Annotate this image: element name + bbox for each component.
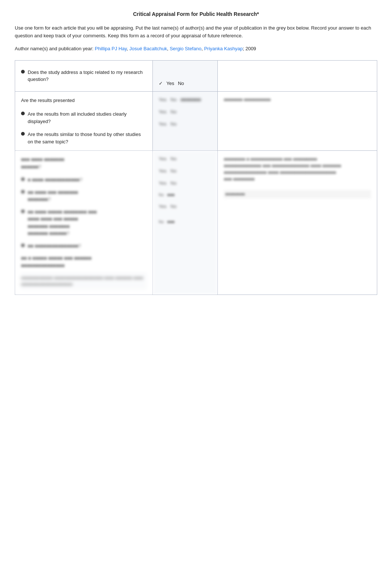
answer-row-2a: Yes No bbox=[159, 109, 212, 115]
section3-main-question: ■■■ ■■■■ ■■■■■■■■■■■■■? bbox=[21, 156, 147, 170]
section2-main-question: Are the results presented bbox=[21, 97, 147, 104]
answer-row-2b: Yes No bbox=[159, 121, 212, 127]
answer-row-1: ✓ Yes No bbox=[159, 81, 212, 86]
no-label-1: No bbox=[178, 81, 184, 86]
comments-cell-3: ■■■■■■■■ ■ ■■■■■■■■■■■■ ■■■ ■■■■■■■■■■■■… bbox=[218, 151, 377, 295]
bullet-dot-3b bbox=[21, 190, 25, 194]
bullet-dot-3c bbox=[21, 210, 25, 213]
appraisal-table: Does the study address a topic related t… bbox=[15, 60, 377, 295]
question-text-2a: Are the results from all included studie… bbox=[28, 110, 147, 125]
question-cell-2: Are the results presented Are the result… bbox=[15, 91, 153, 151]
question-bullet-1: Does the study address a topic related t… bbox=[21, 69, 147, 83]
author-2[interactable]: Josué Bacaltchuk bbox=[130, 46, 167, 51]
question-bullet-3a: ■ ■■■■ ■■■■■■■■■■■■? bbox=[21, 176, 147, 184]
question-bullet-3b: ■■ ■■■■ ■■■ ■■■■■■■■■■■■■■? bbox=[21, 189, 147, 203]
answer-row-2-top: Yes No ■■■■■■■ bbox=[159, 97, 212, 102]
table-row-section1: Does the study address a topic related t… bbox=[15, 60, 377, 91]
author-4[interactable]: Priyanka Kashyap bbox=[204, 46, 243, 51]
comments-cell-2: ■■■■■■■ ■■■■■■■■■■ bbox=[218, 91, 377, 151]
question-bullet-2b: Are the results similar to those found b… bbox=[21, 131, 147, 145]
check-mark-1: ✓ bbox=[159, 81, 163, 86]
question-bullet-2a: Are the results from all included studie… bbox=[21, 110, 147, 125]
bullet-dot-1 bbox=[21, 70, 25, 74]
question-bullet-3d: ■■ ■■■■■■■■■■■■■■■? bbox=[21, 242, 147, 250]
comments-text-2: ■■■■■■■ ■■■■■■■■■■ bbox=[224, 97, 371, 103]
question-bullet-3c: ■■ ■■■■ ■■■■■ ■■■■■■■■ ■■■■■■■ ■■■■ ■■■ … bbox=[21, 208, 147, 237]
section3-sub: ■■ ■ ■■■■■ ■■■■■ ■■■ ■■■■■■■■■■■■■■■■■■■… bbox=[21, 255, 147, 269]
question-text-2b: Are the results similar to those found b… bbox=[28, 131, 147, 145]
author-1[interactable]: Phillipa PJ Hay bbox=[95, 46, 127, 51]
table-row-section2: Are the results presented Are the result… bbox=[15, 91, 377, 151]
comments-cell-1 bbox=[218, 60, 377, 91]
bullet-dot-3d bbox=[21, 244, 25, 247]
yes-label-1: Yes bbox=[166, 81, 174, 86]
answer-content-2: Yes No ■■■■■■■ Yes No Yes No bbox=[159, 97, 212, 127]
question-text-3b: ■■ ■■■■ ■■■ ■■■■■■■■■■■■■■? bbox=[28, 189, 78, 203]
comments-text-3a: ■■■■■■■■ ■ ■■■■■■■■■■■■ ■■■ ■■■■■■■■■■■■… bbox=[224, 156, 371, 183]
question-cell-1: Does the study address a topic related t… bbox=[15, 60, 153, 91]
question-text-3a: ■ ■■■■ ■■■■■■■■■■■■? bbox=[28, 176, 82, 184]
table-row-section3: ■■■ ■■■■ ■■■■■■■■■■■■■? ■ ■■■■ ■■■■■■■■■… bbox=[15, 151, 377, 295]
question-cell-3: ■■■ ■■■■ ■■■■■■■■■■■■■? ■ ■■■■ ■■■■■■■■■… bbox=[15, 151, 153, 295]
author-label: Author name(s) and publication year: bbox=[15, 46, 93, 51]
question-text-3c: ■■ ■■■■ ■■■■■ ■■■■■■■■ ■■■■■■■ ■■■■ ■■■ … bbox=[28, 208, 97, 237]
answer-cell-3: Yes No Yes No Yes No No ■■■ Yes No No ■■… bbox=[152, 151, 218, 295]
page-title: Critical Appraisal Form for Public Healt… bbox=[15, 11, 377, 17]
author-3[interactable]: Sergio Stefano bbox=[170, 46, 202, 51]
answer-cell-1: ✓ Yes No bbox=[152, 60, 218, 91]
answer-cell-2: Yes No ■■■■■■■ Yes No Yes No bbox=[152, 91, 218, 151]
author-line: Author name(s) and publication year: Phi… bbox=[15, 46, 377, 51]
publication-year: 2009 bbox=[245, 46, 256, 51]
intro-text: Use one form for each article that you w… bbox=[15, 24, 377, 40]
question-text-3d: ■■ ■■■■■■■■■■■■■■■? bbox=[28, 242, 81, 250]
answer-content-3: Yes No Yes No Yes No No ■■■ Yes No No ■■… bbox=[159, 156, 212, 224]
section3-last: ■■■■■■■■■■■■■ ■■■■■■■■■■■■■■■■■■■■ ■■■■ … bbox=[21, 273, 147, 289]
bullet-dot-3a bbox=[21, 177, 25, 181]
question-text-1: Does the study address a topic related t… bbox=[28, 69, 147, 83]
comments-text-3b: ■■■■■■■■ bbox=[224, 190, 371, 198]
bullet-dot-2b bbox=[21, 132, 25, 136]
bullet-dot-2a bbox=[21, 112, 25, 115]
